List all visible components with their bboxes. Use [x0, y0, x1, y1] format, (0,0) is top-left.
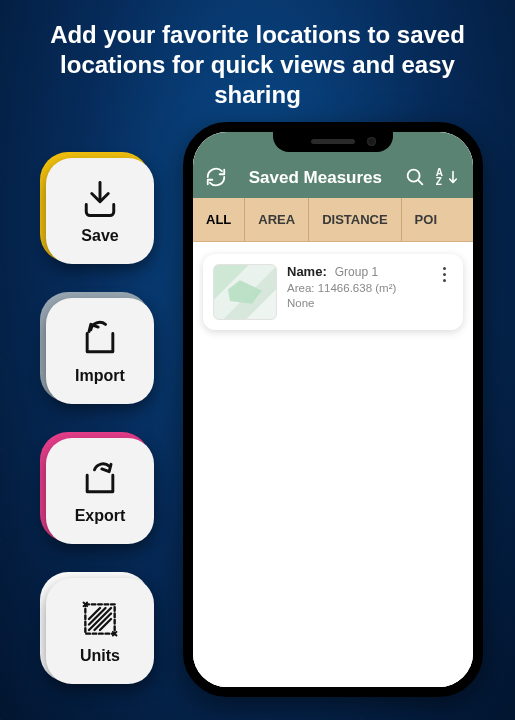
- phone-screen: Saved Measures A Z ALL AREA DISTANCE POI: [193, 132, 473, 687]
- sort-az-letters: A Z: [436, 168, 443, 186]
- feature-label: Units: [80, 647, 120, 665]
- feature-save[interactable]: Save: [46, 158, 160, 268]
- feature-label: Import: [75, 367, 125, 385]
- card-body: Name: Group 1 Area: 11466.638 (m²) None: [287, 264, 425, 309]
- tab-distance[interactable]: DISTANCE: [309, 198, 401, 241]
- map-thumbnail: [213, 264, 277, 320]
- sort-letter-z: Z: [436, 177, 443, 186]
- phone-speaker: [311, 139, 355, 144]
- import-icon: [78, 317, 122, 361]
- tab-bar: ALL AREA DISTANCE POI: [193, 198, 473, 242]
- feature-list: Save Import Ex: [46, 158, 160, 688]
- area-line: Area: 11466.638 (m²): [287, 282, 425, 294]
- name-value: Group 1: [335, 265, 378, 279]
- tab-poi[interactable]: POI: [402, 198, 445, 241]
- page-headline: Add your favorite locations to saved loc…: [0, 20, 515, 110]
- extra-line: None: [287, 297, 425, 309]
- measure-card[interactable]: Name: Group 1 Area: 11466.638 (m²) None: [203, 254, 463, 330]
- name-label: Name:: [287, 264, 327, 279]
- phone-mock: Saved Measures A Z ALL AREA DISTANCE POI: [183, 122, 483, 697]
- tab-area[interactable]: AREA: [245, 198, 309, 241]
- feature-label: Export: [75, 507, 126, 525]
- more-icon[interactable]: [435, 264, 453, 282]
- sort-az-icon[interactable]: A Z: [436, 166, 461, 188]
- refresh-icon[interactable]: [205, 166, 227, 188]
- tab-all[interactable]: ALL: [193, 198, 245, 241]
- feature-import[interactable]: Import: [46, 298, 160, 408]
- feature-units[interactable]: Units: [46, 578, 160, 688]
- phone-camera: [367, 137, 376, 146]
- export-icon: [78, 457, 122, 501]
- feature-label: Save: [81, 227, 118, 245]
- search-icon[interactable]: [404, 166, 426, 188]
- download-icon: [78, 177, 122, 221]
- app-bar-title: Saved Measures: [237, 168, 394, 188]
- feature-export[interactable]: Export: [46, 438, 160, 548]
- units-icon: [78, 597, 122, 641]
- list-area: Name: Group 1 Area: 11466.638 (m²) None: [193, 242, 473, 687]
